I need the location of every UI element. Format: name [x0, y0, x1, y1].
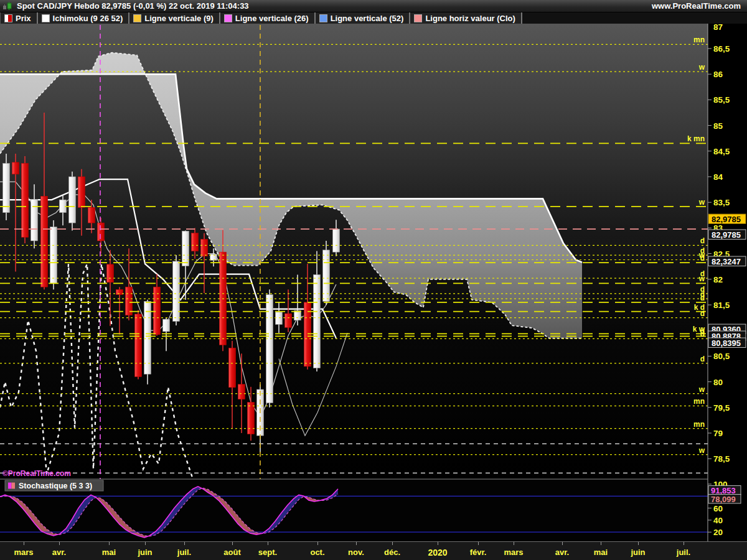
month-label-mars: mars [14, 548, 33, 557]
line-tag-d: d [700, 236, 705, 245]
time-axis[interactable]: marsavr.maijuinjuil.aoûtsept.oct.nov.déc… [0, 541, 747, 560]
stoch-tick-label: 40 [713, 516, 723, 525]
stoch-value-box: 78,099 [708, 495, 741, 505]
axis-tick-label: 86,5 [713, 44, 730, 54]
month-label-nov: nov. [348, 548, 364, 557]
axis-tick-label: 80 [713, 378, 723, 387]
axis-tick-label: 80,5 [713, 352, 730, 361]
candle [266, 289, 273, 408]
legend-item-5[interactable]: Ligne horiz valeur (Clo) [410, 12, 522, 24]
line-tag-w: w [698, 274, 705, 283]
axis-tick-label: 79 [713, 429, 723, 438]
line-tag-mn: mn [693, 420, 705, 429]
month-label-mai: mai [594, 548, 608, 557]
line-tag-w: w [698, 385, 705, 394]
month-tick [514, 542, 514, 545]
prorealtime-app: { "window": { "title": "Spot CAD/JPY Heb… [0, 0, 747, 560]
stoch-value-box: 91,853 [708, 486, 741, 496]
month-label-août: août [223, 548, 240, 557]
month-label-mai: mai [102, 548, 116, 557]
axis-tick-label: 78,5 [713, 454, 730, 464]
axis-tick-label: 86 [713, 70, 723, 79]
main-chart-canvas[interactable]: mnwk mnwddwddwdddk ddk wdddwmnmnw 8786,5… [0, 24, 747, 541]
candle [323, 241, 330, 305]
line-tag-d: d [700, 330, 705, 338]
month-label-déc: déc. [384, 548, 400, 557]
month-label-juin: juin [631, 548, 645, 557]
month-tick [562, 542, 563, 545]
legend-label: Ligne verticale (26) [235, 14, 309, 23]
month-label-juil: juil. [177, 548, 191, 557]
month-tick [638, 542, 639, 545]
watermark: ©ProRealTime.com [2, 469, 71, 478]
month-tick [109, 542, 110, 545]
candle [69, 172, 76, 231]
line-tag-d: d [700, 355, 705, 363]
candle [3, 154, 10, 220]
axis-tick-label: 79,5 [713, 403, 730, 413]
stoch-tick-label: 20 [713, 528, 723, 537]
svg-text:91,853: 91,853 [711, 486, 736, 495]
chart-title: Spot CAD/JPY Hebdo 82,9785 (-0,01 %) 22 … [17, 1, 249, 11]
month-label-juin: juin [138, 548, 152, 557]
legend-swatch-icon [224, 14, 232, 22]
line-tag-d: d [700, 309, 705, 318]
legend-item-3[interactable]: Ligne verticale (26) [220, 12, 316, 24]
month-tick [356, 542, 357, 545]
svg-text:82,3247: 82,3247 [712, 257, 741, 266]
axis-tick-label: 81,5 [713, 301, 730, 310]
line-value-box: 82,3247 [708, 256, 746, 266]
legend-swatch-icon [4, 14, 12, 22]
month-tick [232, 542, 233, 545]
month-tick [438, 542, 438, 545]
line-tag-d: d [700, 254, 705, 263]
month-tick [184, 542, 185, 545]
axis-tick-label: 84 [713, 172, 723, 182]
month-tick [392, 542, 393, 545]
axis-tick-label: 83,5 [713, 198, 730, 207]
line-tag-d: d [700, 294, 705, 302]
axis-tick-label: 85,5 [713, 95, 730, 105]
stoch-swatch-icon [8, 483, 12, 489]
candle [22, 156, 29, 243]
month-tick [145, 542, 146, 545]
month-label-mars: mars [504, 548, 523, 557]
month-label-2020: 2020 [428, 548, 447, 558]
legend-item-4[interactable]: Ligne verticale (52) [316, 12, 411, 24]
month-tick [478, 542, 479, 545]
stoch-tick-label: 60 [713, 504, 723, 513]
line-tag-w: w [698, 446, 705, 455]
chart-background [0, 24, 708, 541]
month-tick [601, 542, 601, 545]
legend-swatch-icon [319, 14, 327, 22]
month-tick [684, 542, 684, 545]
legend-label: Ligne horiz valeur (Clo) [425, 14, 515, 23]
month-label-avr: avr. [555, 548, 569, 557]
svg-text:82,9785: 82,9785 [712, 230, 741, 240]
legend-item-2[interactable]: Ligne verticale (9) [129, 12, 220, 24]
axis-tick-label: 82 [713, 275, 723, 284]
axis-tick-label: 87 [713, 24, 723, 32]
month-tick [59, 542, 60, 545]
candle [135, 310, 142, 379]
title-bar: Spot CAD/JPY Hebdo 82,9785 (-0,01 %) 22 … [0, 0, 747, 12]
website-link[interactable]: www.ProRealTime.com [652, 1, 747, 11]
line-tag-k mn: k mn [687, 134, 705, 143]
line-tag-mn: mn [693, 397, 705, 406]
axis-tick-label: 84,5 [713, 147, 730, 156]
legend-item-0[interactable]: Prix [0, 12, 38, 24]
month-label-oct: oct. [310, 548, 324, 557]
candle [144, 300, 151, 385]
legend-label: Ichimoku (9 26 52) [53, 14, 123, 23]
month-tick [24, 542, 24, 545]
month-label-sept: sept. [258, 548, 277, 557]
legend-item-1[interactable]: Ichimoku (9 26 52) [38, 12, 130, 24]
month-label-avr: avr. [52, 548, 66, 557]
legend-bar: PrixIchimoku (9 26 52)Ligne verticale (9… [0, 12, 747, 24]
svg-text:Stochastique (5 3 3): Stochastique (5 3 3) [19, 482, 92, 490]
svg-text:78,099: 78,099 [711, 495, 736, 504]
line-tag-w: w [698, 63, 705, 72]
line-tag-mn: mn [693, 35, 705, 44]
mini-chart-icon [2, 1, 13, 11]
month-tick [268, 542, 268, 545]
